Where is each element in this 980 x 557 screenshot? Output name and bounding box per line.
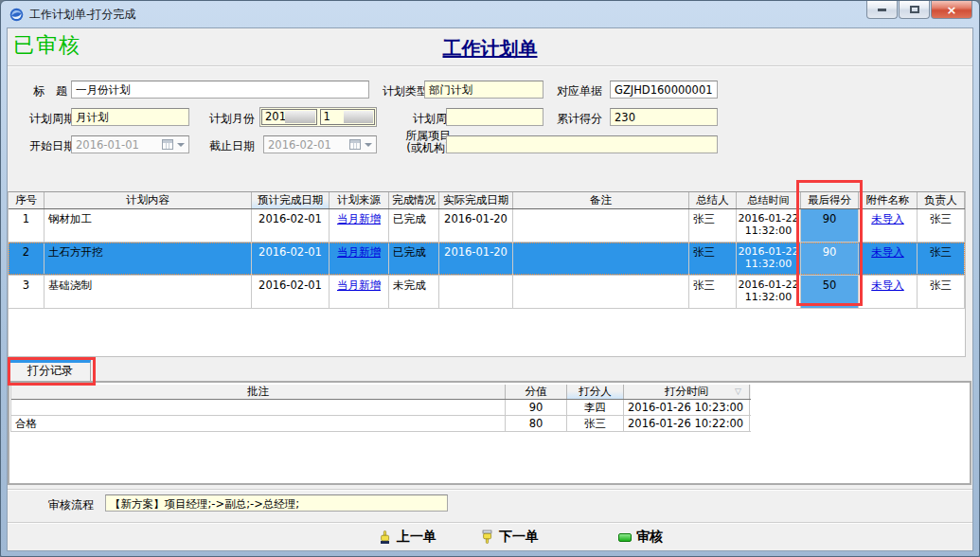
start-date-value: 2016-01-01	[76, 136, 162, 153]
col-header-score-time[interactable]: 打分时间 ▽	[624, 385, 750, 399]
cycle-label: 计划周期	[29, 111, 75, 127]
project-field[interactable]	[446, 135, 718, 153]
calendar-icon	[162, 139, 173, 150]
col-header-expected-date[interactable]: 预计完成日期	[252, 192, 330, 208]
close-icon: ×	[947, 2, 957, 18]
dropdown-arrow-icon	[365, 143, 372, 151]
cell-expected-date: 2016-02-01	[252, 209, 330, 242]
tab-score-records[interactable]: 打分记录	[9, 360, 91, 381]
end-date-label: 截止日期	[209, 138, 255, 154]
col-header-scorer[interactable]: 打分人	[567, 385, 624, 399]
cell-comment	[11, 400, 506, 415]
minimize-icon	[878, 9, 886, 11]
cell-summarizer: 张三	[689, 243, 737, 275]
month-label: 计划月份	[209, 111, 255, 127]
cell-actual-date: 2016-01-20	[439, 209, 513, 242]
score-row-2[interactable]: 合格 80 张三 2016-01-26 10:22:00	[11, 416, 751, 432]
cell-owner: 张三	[918, 243, 965, 275]
cell-final-score: 90	[801, 243, 859, 275]
cycle-field[interactable]: 月计划	[71, 108, 189, 126]
cell-score: 80	[506, 416, 567, 431]
cell-expected-date: 2016-02-01	[252, 276, 330, 308]
review-flow-field[interactable]: 【新方案】项目经理;->副总;->总经理;	[105, 494, 448, 512]
page-title: 工作计划单	[8, 36, 972, 62]
app-swirl-icon	[9, 8, 24, 22]
previous-order-label: 上一单	[397, 529, 437, 546]
col-header-comment[interactable]: 批注	[11, 385, 506, 399]
cum-score-field[interactable]: 230	[610, 108, 718, 126]
cell-score-time: 2016-01-26 10:23:00	[624, 400, 750, 415]
month-spinner[interactable]: 1	[320, 109, 376, 125]
score-table-header: 批注 分值 打分人 打分时间 ▽	[11, 385, 751, 400]
week-label: 计划周	[413, 111, 447, 127]
cell-seq: 1	[9, 209, 45, 242]
cell-remark	[513, 209, 689, 242]
col-header-actual-date[interactable]: 实际完成日期	[439, 192, 513, 208]
maximize-button[interactable]	[899, 1, 930, 19]
minimize-button[interactable]	[866, 1, 898, 19]
maximize-icon	[910, 6, 919, 13]
cell-status: 未完成	[389, 276, 439, 308]
score-table: 批注 分值 打分人 打分时间 ▽ 90 李四 2016-01-26 10:23:…	[10, 385, 751, 432]
week-field[interactable]	[446, 108, 543, 126]
cell-remark	[513, 276, 689, 308]
close-button[interactable]: ×	[931, 1, 972, 19]
col-header-status[interactable]: 完成情况	[389, 192, 439, 208]
cell-seq: 3	[9, 276, 45, 308]
col-header-summarizer[interactable]: 总结人	[689, 192, 737, 208]
plan-row-1[interactable]: 1 钢材加工 2016-02-01 当月新增 已完成 2016-01-20 张三…	[9, 209, 965, 243]
cell-status: 已完成	[389, 243, 439, 275]
plan-type-label: 计划类型	[383, 83, 428, 99]
col-header-owner[interactable]: 负责人	[918, 192, 965, 208]
source-link[interactable]: 当月新增	[337, 212, 381, 225]
cell-score: 90	[506, 400, 567, 415]
col-header-content[interactable]: 计划内容	[45, 192, 252, 208]
cell-scorer: 李四	[567, 400, 624, 415]
source-link[interactable]: 当月新增	[337, 278, 381, 292]
attachment-link[interactable]: 未导入	[871, 212, 904, 225]
doc-input[interactable]: GZJHD160000001	[610, 81, 718, 99]
plan-table: 序号 计划内容 预计完成日期 计划来源 完成情况 实际完成日期 备注 总结人 总…	[8, 191, 966, 357]
cell-owner: 张三	[918, 276, 965, 308]
previous-order-button[interactable]: 上一单	[378, 529, 437, 546]
sort-desc-icon: ▽	[735, 386, 741, 397]
audit-label: 审核	[636, 529, 663, 546]
plan-row-2-selected[interactable]: 2 土石方开挖 2016-02-01 当月新增 已完成 2016-01-20 张…	[9, 243, 965, 276]
cell-actual-date: 2016-01-20	[439, 243, 513, 275]
audit-green-icon	[618, 533, 632, 542]
cell-remark	[513, 243, 689, 275]
window-title: 工作计划单-打分完成	[29, 7, 135, 23]
cell-status: 已完成	[389, 209, 439, 242]
plan-table-header: 序号 计划内容 预计完成日期 计划来源 完成情况 实际完成日期 备注 总结人 总…	[9, 192, 965, 209]
cell-summarizer: 张三	[689, 209, 737, 242]
col-header-score[interactable]: 分值	[506, 385, 567, 399]
hand-down-icon	[480, 530, 494, 545]
title-label: 标 题	[33, 83, 67, 99]
col-header-final-score[interactable]: 最后得分	[801, 192, 859, 208]
cell-seq: 2	[9, 243, 45, 275]
attachment-link[interactable]: 未导入	[871, 278, 904, 292]
col-header-source[interactable]: 计划来源	[330, 192, 389, 208]
cell-summary-time: 2016-01-22 11:32:00	[737, 276, 801, 308]
next-order-label: 下一单	[499, 529, 539, 546]
start-date-picker[interactable]: 2016-01-01	[71, 135, 189, 153]
year-spinner[interactable]: 2016	[261, 109, 317, 125]
col-header-seq[interactable]: 序号	[9, 192, 45, 208]
cell-final-score: 50	[801, 276, 859, 308]
review-flow-label: 审核流程	[48, 497, 94, 513]
plan-row-3[interactable]: 3 基础浇制 2016-02-01 当月新增 未完成 张三 2016-01-22…	[9, 276, 965, 309]
hand-up-icon	[378, 530, 392, 545]
plan-type-field[interactable]: 部门计划	[424, 81, 543, 99]
col-header-remark[interactable]: 备注	[513, 192, 689, 208]
cell-summary-time: 2016-01-22 11:32:00	[737, 243, 801, 275]
cell-owner: 张三	[918, 209, 965, 242]
score-row-1[interactable]: 90 李四 2016-01-26 10:23:00	[11, 400, 751, 416]
end-date-picker[interactable]: 2016-02-01	[263, 135, 377, 153]
source-link[interactable]: 当月新增	[337, 245, 381, 259]
col-header-attachment[interactable]: 附件名称	[859, 192, 918, 208]
next-order-button[interactable]: 下一单	[480, 529, 539, 546]
attachment-link[interactable]: 未导入	[871, 245, 904, 259]
title-input[interactable]: 一月份计划	[71, 81, 369, 99]
col-header-summary-time[interactable]: 总结时间	[737, 192, 801, 208]
audit-button[interactable]: 审核	[618, 529, 663, 546]
